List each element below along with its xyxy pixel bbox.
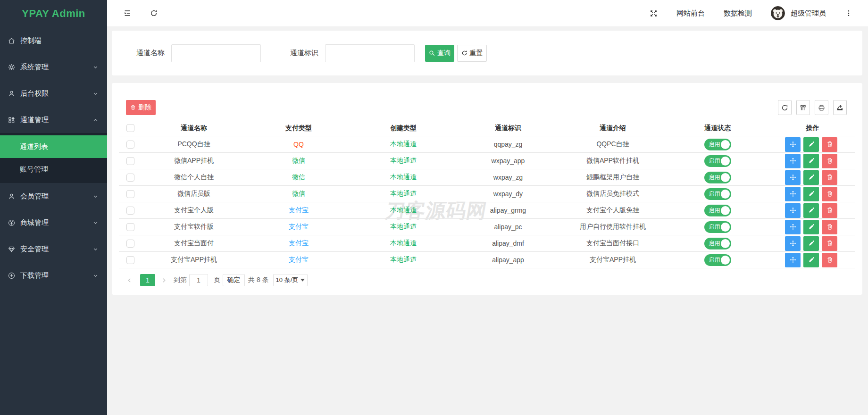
cell-create-type[interactable]: 本地通道 <box>351 239 456 248</box>
channel-code-input[interactable] <box>325 44 415 62</box>
row-edit-button[interactable] <box>803 170 819 185</box>
page-refresh-icon[interactable] <box>150 9 158 17</box>
reset-button[interactable]: 重置 <box>457 45 487 62</box>
row-delete-button[interactable] <box>822 220 837 234</box>
caret-down-icon <box>300 279 305 282</box>
cell-create-type[interactable]: 本地通道 <box>351 140 456 149</box>
status-toggle-on[interactable]: 启用 <box>704 172 731 183</box>
row-move-button[interactable] <box>785 220 801 234</box>
cell-create-type[interactable]: 本地通道 <box>351 206 456 215</box>
status-toggle-on[interactable]: 启用 <box>704 221 731 233</box>
row-move-button[interactable] <box>785 170 801 185</box>
current-page[interactable]: 1 <box>140 274 155 286</box>
status-toggle-on[interactable]: 启用 <box>704 155 731 167</box>
cell-code: wxpay_dy <box>456 190 560 198</box>
row-checkbox[interactable] <box>126 174 134 182</box>
row-delete-button[interactable] <box>822 253 837 267</box>
topbar-left <box>107 9 158 17</box>
cell-desc: 微信APP软件挂机 <box>560 157 665 165</box>
row-checkbox[interactable] <box>126 207 134 215</box>
delete-selected-button[interactable]: 删除 <box>126 100 156 115</box>
next-page-icon[interactable] <box>161 278 167 283</box>
topbar-link-data-check[interactable]: 数据检测 <box>724 9 752 18</box>
sidebar-item-7[interactable]: 安全管理 <box>0 236 107 262</box>
sidebar-item-3[interactable]: 后台权限 <box>0 80 107 107</box>
user-menu[interactable]: 超级管理员 <box>771 6 826 20</box>
status-toggle-knob <box>721 239 730 248</box>
cell-create-type[interactable]: 本地通道 <box>351 223 456 231</box>
row-checkbox[interactable] <box>126 223 134 231</box>
prev-page-icon[interactable] <box>127 278 132 283</box>
cell-desc: 支付宝APP挂机 <box>560 256 665 264</box>
search-panel: 通道名称 通道标识 查询 重置 <box>112 31 862 75</box>
select-all-checkbox[interactable] <box>126 124 134 132</box>
goto-confirm-button[interactable]: 确定 <box>223 274 245 286</box>
sidebar-subitem-active[interactable]: 通道列表 <box>0 135 107 158</box>
row-move-button[interactable] <box>785 236 801 251</box>
table-row-3: 微信个人自挂微信本地通道wxpay_zg鲲鹏框架用户自挂启用 <box>119 169 855 186</box>
row-delete-button[interactable] <box>822 203 837 218</box>
cell-create-type[interactable]: 本地通道 <box>351 173 456 182</box>
row-edit-button[interactable] <box>803 154 819 168</box>
sidebar-item-1[interactable]: 控制端 <box>0 27 107 54</box>
row-delete-button[interactable] <box>822 236 837 251</box>
sidebar-item-2[interactable]: 系统管理 <box>0 54 107 80</box>
chevron-down-icon <box>93 194 98 199</box>
row-move-button[interactable] <box>785 253 801 267</box>
status-toggle-label: 启用 <box>709 174 720 182</box>
status-toggle-on[interactable]: 启用 <box>704 254 731 266</box>
table-refresh-icon[interactable] <box>778 100 792 115</box>
sidebar-subitem[interactable]: 账号管理 <box>0 158 107 181</box>
cell-create-type[interactable]: 本地通道 <box>351 190 456 198</box>
status-toggle-on[interactable]: 启用 <box>704 188 731 200</box>
goto-page-input[interactable] <box>189 274 208 286</box>
trash-icon <box>826 257 833 263</box>
chevron-up-icon <box>93 117 98 123</box>
row-delete-button[interactable] <box>822 137 837 152</box>
row-edit-button[interactable] <box>803 236 819 251</box>
status-toggle-on[interactable]: 启用 <box>704 205 731 216</box>
topbar-link-site-front[interactable]: 网站前台 <box>676 9 705 18</box>
page-size-select[interactable]: 10 条/页 <box>273 274 308 286</box>
row-checkbox[interactable] <box>126 256 134 264</box>
row-edit-button[interactable] <box>803 187 819 201</box>
table-columns-icon[interactable] <box>796 100 810 115</box>
row-edit-button[interactable] <box>803 220 819 234</box>
channel-name-input[interactable] <box>171 44 261 62</box>
row-move-button[interactable] <box>785 137 801 152</box>
edit-icon <box>808 141 815 148</box>
sidebar-collapse-icon[interactable] <box>124 9 131 17</box>
edit-icon <box>808 240 815 247</box>
row-move-button[interactable] <box>785 187 801 201</box>
cell-create-type[interactable]: 本地通道 <box>351 157 456 165</box>
row-checkbox[interactable] <box>126 240 134 248</box>
sidebar-item-label: 商城管理 <box>20 218 93 227</box>
status-toggle-on[interactable]: 启用 <box>704 139 731 150</box>
cell-ops <box>770 220 855 234</box>
row-select-cell <box>119 223 142 231</box>
cell-create-type[interactable]: 本地通道 <box>351 256 456 264</box>
sidebar-item-8[interactable]: 下载管理 <box>0 262 107 289</box>
sidebar-item-4[interactable]: 通道管理 <box>0 107 107 133</box>
fullscreen-icon[interactable] <box>650 9 658 17</box>
status-toggle-knob <box>721 190 730 199</box>
row-delete-button[interactable] <box>822 170 837 185</box>
sidebar-item-6[interactable]: 商城管理 <box>0 209 107 236</box>
row-edit-button[interactable] <box>803 253 819 267</box>
trash-icon <box>130 105 136 110</box>
status-toggle-on[interactable]: 启用 <box>704 238 731 249</box>
row-move-button[interactable] <box>785 203 801 218</box>
search-button[interactable]: 查询 <box>425 45 454 62</box>
row-edit-button[interactable] <box>803 203 819 218</box>
row-checkbox[interactable] <box>126 157 134 165</box>
row-checkbox[interactable] <box>126 190 134 198</box>
more-vertical-icon[interactable] <box>845 9 852 17</box>
table-print-icon[interactable] <box>815 100 828 115</box>
sidebar-item-5[interactable]: 会员管理 <box>0 183 107 209</box>
row-edit-button[interactable] <box>803 137 819 152</box>
row-checkbox[interactable] <box>126 141 134 149</box>
row-delete-button[interactable] <box>822 187 837 201</box>
row-delete-button[interactable] <box>822 154 837 168</box>
table-export-icon[interactable] <box>833 100 847 115</box>
row-move-button[interactable] <box>785 154 801 168</box>
